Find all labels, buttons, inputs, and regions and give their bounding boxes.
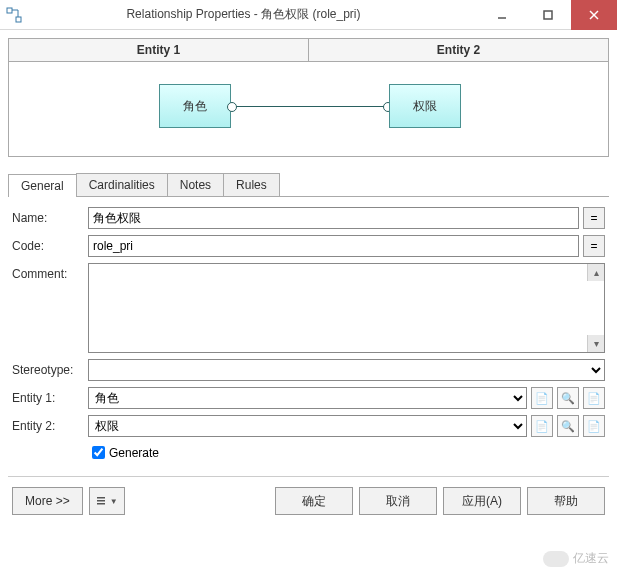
scroll-up-icon[interactable]: ▴	[587, 264, 604, 281]
cloud-icon	[543, 551, 569, 567]
code-sync-button[interactable]: =	[583, 235, 605, 257]
entity1-label: Entity 1:	[12, 391, 88, 405]
svg-rect-7	[97, 500, 105, 502]
generate-label: Generate	[109, 446, 159, 460]
tab-notes[interactable]: Notes	[167, 173, 224, 196]
code-label: Code:	[12, 239, 88, 253]
apply-button[interactable]: 应用(A)	[443, 487, 521, 515]
name-input[interactable]	[88, 207, 579, 229]
svg-rect-1	[16, 17, 21, 22]
cancel-button[interactable]: 取消	[359, 487, 437, 515]
entity1-properties-icon[interactable]: 📄	[531, 387, 553, 409]
tab-cardinalities[interactable]: Cardinalities	[76, 173, 168, 196]
tab-bar: General Cardinalities Notes Rules	[8, 173, 609, 197]
window-buttons	[479, 0, 617, 30]
tab-general[interactable]: General	[8, 174, 77, 197]
help-button[interactable]: 帮助	[527, 487, 605, 515]
general-form: Name: = Code: = Comment: ▴ ▾ Stereotype:…	[8, 197, 609, 462]
entity1-header: Entity 1	[9, 39, 309, 61]
entity-header: Entity 1 Entity 2	[8, 38, 609, 62]
entity1-select[interactable]: 角色	[88, 387, 527, 409]
minimize-button[interactable]	[479, 0, 525, 30]
svg-rect-0	[7, 8, 12, 13]
list-icon	[96, 495, 108, 507]
code-input[interactable]	[88, 235, 579, 257]
close-button[interactable]	[571, 0, 617, 30]
comment-label: Comment:	[12, 263, 88, 353]
maximize-button[interactable]	[525, 0, 571, 30]
svg-rect-6	[97, 497, 105, 499]
entity2-select[interactable]: 权限	[88, 415, 527, 437]
more-button[interactable]: More >>	[12, 487, 83, 515]
ok-button[interactable]: 确定	[275, 487, 353, 515]
title-bar: Relationship Properties - 角色权限 (role_pri…	[0, 0, 617, 30]
relationship-line[interactable]	[231, 106, 389, 107]
entity2-find-icon[interactable]: 🔍	[557, 415, 579, 437]
entity2-header: Entity 2	[309, 39, 608, 61]
entity1-find-icon[interactable]: 🔍	[557, 387, 579, 409]
dropdown-tool-button[interactable]: ▼	[89, 487, 125, 515]
entity2-label: Entity 2:	[12, 419, 88, 433]
stereotype-select[interactable]	[88, 359, 605, 381]
window-title: Relationship Properties - 角色权限 (role_pri…	[28, 6, 479, 23]
footer-buttons: More >> ▼ 确定 取消 应用(A) 帮助	[8, 487, 609, 515]
name-sync-button[interactable]: =	[583, 207, 605, 229]
svg-rect-3	[544, 11, 552, 19]
entity2-properties-icon[interactable]: 📄	[531, 415, 553, 437]
tab-rules[interactable]: Rules	[223, 173, 280, 196]
divider	[8, 476, 609, 477]
entity2-new-icon[interactable]: 📄	[583, 415, 605, 437]
stereotype-label: Stereotype:	[12, 363, 88, 377]
generate-checkbox[interactable]	[92, 446, 105, 459]
watermark-text: 亿速云	[573, 550, 609, 567]
diagram-area: 角色 权限	[8, 62, 609, 157]
chevron-down-icon: ▼	[110, 497, 118, 506]
name-label: Name:	[12, 211, 88, 225]
entity1-new-icon[interactable]: 📄	[583, 387, 605, 409]
comment-input[interactable]: ▴ ▾	[88, 263, 605, 353]
app-icon	[0, 1, 28, 29]
scroll-down-icon[interactable]: ▾	[587, 335, 604, 352]
watermark: 亿速云	[543, 550, 609, 567]
entity-box-2[interactable]: 权限	[389, 84, 461, 128]
entity-box-1[interactable]: 角色	[159, 84, 231, 128]
svg-rect-8	[97, 503, 105, 505]
